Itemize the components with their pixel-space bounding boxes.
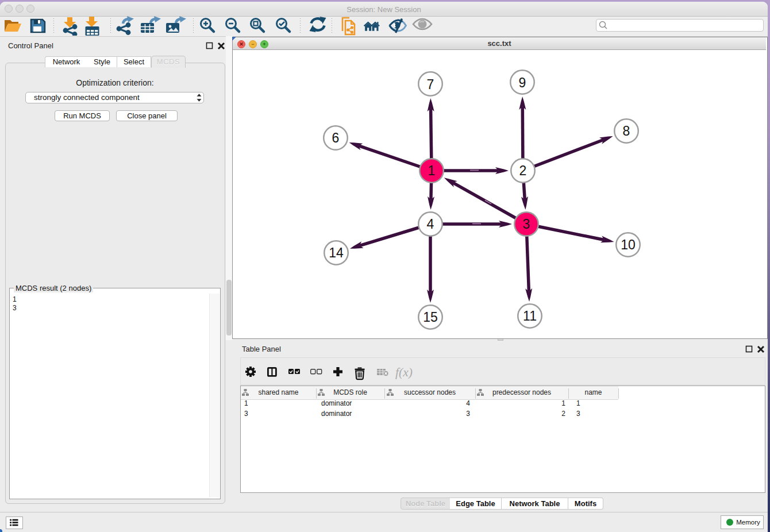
svg-text:1: 1	[428, 163, 436, 178]
svg-text:10: 10	[621, 237, 636, 252]
svg-text:6: 6	[332, 130, 340, 145]
svg-text:4: 4	[427, 217, 434, 232]
svg-text:14: 14	[329, 245, 344, 260]
svg-text:2: 2	[519, 163, 527, 178]
svg-text:9: 9	[519, 75, 526, 90]
svg-text:7: 7	[427, 77, 434, 92]
svg-text:11: 11	[523, 309, 537, 323]
svg-text:15: 15	[423, 310, 438, 325]
svg-text:3: 3	[523, 217, 530, 232]
svg-text:f(x): f(x)	[395, 365, 413, 379]
svg-text:8: 8	[623, 124, 630, 138]
